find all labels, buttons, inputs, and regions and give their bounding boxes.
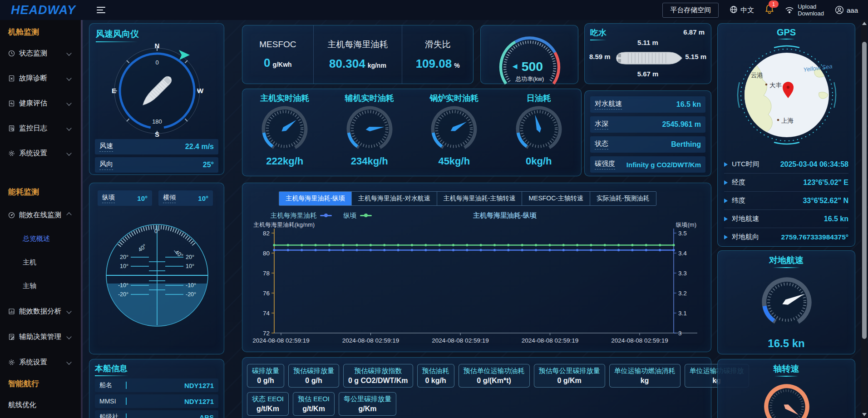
download-label: Download bbox=[798, 10, 824, 17]
heel-value: 10° bbox=[198, 194, 208, 202]
gauge-dial bbox=[259, 104, 310, 154]
sidebar-item-route-optimization[interactable]: 航线优化 bbox=[8, 397, 73, 413]
chart-panel: 主机每海里油耗-纵顷 主机每海里油耗-对水航速 主机每海里油耗-主轴转速 MES… bbox=[242, 183, 711, 352]
shaft-rpm-title: 轴转速 bbox=[774, 363, 799, 375]
heel-label: 横倾 bbox=[163, 194, 176, 203]
sog-gauge-title: 对地航速 bbox=[769, 254, 804, 266]
sidebar-item-label: 故障诊断 bbox=[19, 74, 47, 83]
carbon-intensity-value: Infinity g CO2/DWT/Km bbox=[626, 161, 701, 169]
tab-fuel-shaft-rpm[interactable]: 主机每海里油耗-主轴转速 bbox=[437, 192, 522, 205]
boiler-fuel-gauge: 锅炉实时油耗 45kg/h bbox=[412, 89, 497, 176]
globe-icon bbox=[730, 5, 738, 15]
ship-name-label: 船名 bbox=[99, 381, 126, 389]
sog-gauge-panel: 对地航速 16.5 kn bbox=[717, 250, 855, 354]
arrow-right-icon bbox=[724, 180, 728, 185]
notification-bell[interactable]: 1 bbox=[765, 4, 774, 16]
total-power-label: 总功率(kw) bbox=[515, 75, 544, 82]
sidebar-item-fault-diagnosis[interactable]: 故障诊断 bbox=[8, 70, 73, 86]
shaft-rpm-panel: 轴转速 bbox=[717, 359, 855, 418]
legend-trim[interactable]: 纵顷 bbox=[344, 211, 372, 220]
menu-toggle-icon[interactable] bbox=[97, 7, 105, 14]
shaft-rpm-gauge-dial bbox=[750, 379, 823, 418]
status-icon bbox=[8, 50, 15, 57]
sidebar-item-decision-management[interactable]: 辅助决策管理 bbox=[8, 329, 73, 344]
sidebar: 机舱监测 状态监测 故障诊断 健康评估 监控日志 系统设置 能耗监测 能效在线监… bbox=[0, 20, 81, 418]
legend-fuel-per-mile[interactable]: 主机每海里油耗 bbox=[271, 211, 332, 220]
sidebar-item-health-evaluation[interactable]: 健康评估 bbox=[8, 95, 73, 111]
svg-text:3.5: 3.5 bbox=[678, 230, 687, 237]
sidebar-child-main-engine[interactable]: 主机 bbox=[8, 255, 81, 269]
sidebar-scrollbar[interactable] bbox=[81, 20, 83, 418]
fuel-per-mile-col: 主机每海里油耗 80.304kg/nm bbox=[313, 25, 402, 84]
health-icon bbox=[8, 100, 15, 107]
tab-mesfoc-shaft-rpm[interactable]: MESFOC-主轴转速 bbox=[522, 192, 590, 205]
scroll-up-arrow[interactable] bbox=[862, 22, 867, 25]
chevron-down-icon bbox=[66, 50, 71, 55]
monitor-icon bbox=[8, 212, 15, 219]
language-selector[interactable]: 中文 bbox=[730, 5, 754, 15]
sidebar-child-main-shaft[interactable]: 主轴 bbox=[8, 279, 81, 293]
sidebar-item-label: 系统设置 bbox=[19, 358, 47, 367]
sidebar-item-label: 健康评估 bbox=[19, 99, 47, 108]
trim-tag: 纵顷 10° bbox=[98, 190, 152, 206]
decision-icon bbox=[8, 333, 15, 340]
draft-right-value: 5.15 m bbox=[685, 53, 706, 60]
utc-label: UTC时间 bbox=[732, 160, 760, 169]
upload-download[interactable]: Upload Download bbox=[785, 3, 824, 17]
trim-value: 10° bbox=[137, 194, 148, 202]
page-scrollbar[interactable] bbox=[861, 20, 867, 418]
gear-icon bbox=[8, 359, 15, 366]
gauge-title: 主机实时油耗 bbox=[260, 93, 309, 104]
inclinometer: 40° 0° -40° 20° 10° -10° -20° 20° 10° -1… bbox=[98, 215, 217, 334]
slip-ratio-label: 滑失比 bbox=[425, 39, 451, 50]
status-value: Berthing bbox=[671, 140, 701, 149]
chevron-up-icon bbox=[66, 212, 71, 217]
status-row: 状态 Berthing bbox=[590, 136, 705, 153]
carbon-stats-row1: 碳排放量0 g/h 预估碳排放量0 g/h 预估碳排放指数0 g CO2/DWT… bbox=[247, 364, 706, 388]
scroll-down-arrow[interactable] bbox=[862, 413, 867, 416]
mesfoc-col: MESFOC 0g/Kwh bbox=[242, 25, 313, 84]
tab-fuel-trim[interactable]: 主机每海里油耗-纵顷 bbox=[279, 192, 351, 205]
stat-est-carbon-per-km: 预估每公里碳排放量0 g/Km bbox=[534, 364, 605, 388]
sidebar-item-monitor-log[interactable]: 监控日志 bbox=[8, 120, 73, 136]
user-menu[interactable]: aaa bbox=[835, 5, 858, 15]
svg-text:3.2: 3.2 bbox=[678, 290, 687, 297]
stat-est-unit-transport-fuel: 预估单位运输功油耗0 g/(Km*t) bbox=[459, 364, 530, 388]
tab-actual-vs-predicted[interactable]: 实际油耗-预测油耗 bbox=[590, 192, 656, 205]
gps-row-latitude: 纬度 33°6'52.62" N bbox=[724, 192, 848, 210]
svg-text:74: 74 bbox=[263, 310, 270, 317]
sidebar-item-system-settings-1[interactable]: 系统设置 bbox=[8, 145, 73, 161]
trim-label: 纵顷 bbox=[102, 194, 115, 203]
sidebar-item-status-monitor[interactable]: 状态监测 bbox=[8, 45, 73, 61]
draft-ship-icon bbox=[613, 50, 686, 67]
gauge-value: 234kg/h bbox=[351, 155, 388, 167]
sidebar-item-system-settings-2[interactable]: 系统设置 bbox=[8, 354, 73, 370]
sidebar-item-energy-online-monitor[interactable]: 能效在线监测 bbox=[8, 207, 73, 223]
scale-right-neg20: -20° bbox=[186, 291, 196, 298]
sidebar-item-label: 系统设置 bbox=[19, 149, 47, 158]
nav-info-panel: 对水航速 16.5 kn 水深 2545.961 m 状态 Berthing 碳… bbox=[584, 90, 711, 176]
dashboard-root: HEADWAY 平台存储空间 中文 1 bbox=[0, 0, 868, 418]
sidebar-child-overview[interactable]: 总览概述 bbox=[8, 232, 81, 245]
stat-est-carbon-emission: 预估碳排放量0 g/h bbox=[288, 364, 339, 388]
fuel-per-mile-unit: kg/nm bbox=[368, 62, 386, 69]
scroll-thumb[interactable] bbox=[862, 42, 867, 339]
map-city3-label: 上海 bbox=[781, 117, 794, 124]
sog-value: 16.5 kn bbox=[824, 215, 848, 223]
aux-engine-fuel-gauge: 辅机实时油耗 234kg/h bbox=[327, 89, 412, 176]
carbon-stats-row2: 状态 EEOIg/t/Km 预估 EEOIg/t/Km 每公里碳排放量g/Km bbox=[247, 392, 706, 416]
svg-text:3.3: 3.3 bbox=[678, 270, 687, 277]
chevron-down-icon bbox=[66, 100, 71, 105]
scale-left-20: 20° bbox=[120, 254, 128, 260]
scale-right-20: 20° bbox=[186, 254, 194, 260]
ship-name-value: NDY1271 bbox=[184, 382, 214, 389]
arrow-right-icon bbox=[724, 217, 728, 221]
storage-button[interactable]: 平台存储空间 bbox=[662, 3, 719, 18]
latitude-value: 33°6'52.62" N bbox=[803, 197, 848, 205]
arrow-right-icon bbox=[724, 162, 728, 167]
slip-ratio-unit: % bbox=[454, 62, 459, 69]
scale-right-10: 10° bbox=[186, 263, 194, 269]
sidebar-item-energy-data-analysis[interactable]: 能效数据分析 bbox=[8, 304, 73, 319]
tab-fuel-stw[interactable]: 主机每海里油耗-对水航速 bbox=[351, 192, 437, 205]
sidebar-item-label: 状态监测 bbox=[19, 49, 47, 58]
